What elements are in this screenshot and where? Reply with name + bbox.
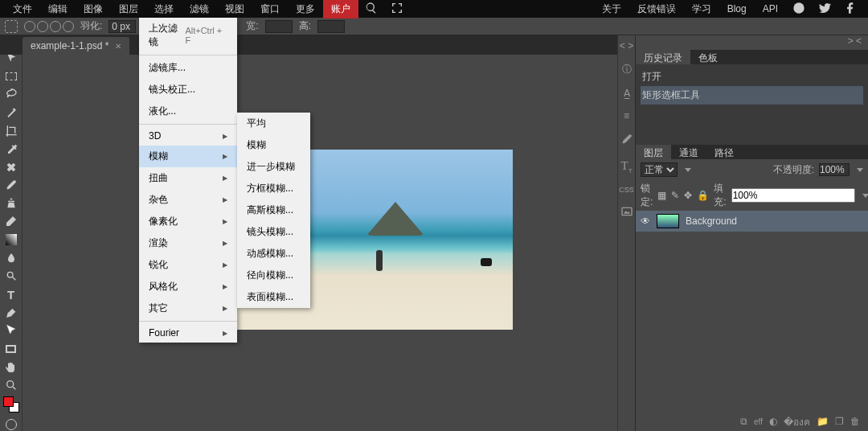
- blend-dropdown-icon[interactable]: [685, 168, 691, 172]
- dd-blur-motion[interactable]: 动感模糊...: [237, 243, 310, 265]
- lasso-tool-icon[interactable]: [3, 88, 19, 101]
- fill-input[interactable]: [731, 188, 855, 203]
- mask-icon[interactable]: ◐: [769, 416, 777, 427]
- layer-row-background[interactable]: 👁 Background: [636, 211, 868, 232]
- history-item-marquee[interactable]: 矩形选框工具: [641, 86, 863, 105]
- tab-paths[interactable]: 路径: [706, 145, 742, 159]
- sel-subtract-icon[interactable]: [50, 21, 61, 32]
- heal-tool-icon[interactable]: [3, 160, 19, 174]
- dd-distort[interactable]: 扭曲: [139, 167, 237, 189]
- color-swatches[interactable]: [3, 396, 19, 413]
- effects-icon[interactable]: eff: [754, 417, 763, 426]
- close-tab-icon[interactable]: ✕: [115, 42, 121, 51]
- menu-image[interactable]: 图像: [76, 0, 111, 18]
- dd-blur[interactable]: 模糊: [139, 146, 237, 167]
- search-icon[interactable]: [358, 0, 384, 19]
- marquee-tool-icon[interactable]: [3, 70, 19, 84]
- brush-panel-icon[interactable]: [620, 133, 633, 148]
- link-learn[interactable]: 学习: [684, 0, 719, 18]
- clone-tool-icon[interactable]: [3, 197, 19, 211]
- menu-view[interactable]: 视图: [217, 0, 252, 18]
- lock-move-icon[interactable]: ✥: [684, 190, 692, 201]
- link-api[interactable]: API: [755, 1, 786, 17]
- dodge-tool-icon[interactable]: [3, 269, 19, 283]
- pen-tool-icon[interactable]: [3, 306, 19, 320]
- dd-last-filter[interactable]: 上次滤镜Alt+Ctrl + F: [139, 18, 237, 53]
- expand-toggle-top[interactable]: < >: [620, 40, 633, 51]
- collapse-toggle[interactable]: > <: [636, 35, 868, 50]
- hand-tool-icon[interactable]: [3, 360, 19, 374]
- tab-history[interactable]: 历史记录: [636, 50, 690, 64]
- paragraph-panel-icon[interactable]: ≡: [624, 110, 629, 121]
- eraser-tool-icon[interactable]: [3, 215, 19, 228]
- css-panel-icon[interactable]: CSS: [619, 186, 634, 194]
- menu-window[interactable]: 窗口: [252, 0, 288, 18]
- history-item-open[interactable]: 打开: [641, 68, 863, 86]
- eyedropper-tool-icon[interactable]: [3, 142, 19, 156]
- sel-add-icon[interactable]: [37, 21, 48, 32]
- gradient-tool-icon[interactable]: [3, 233, 19, 247]
- adjustment-icon[interactable]: �องค: [784, 414, 810, 429]
- link-about[interactable]: 关于: [594, 0, 629, 18]
- new-layer-icon[interactable]: ❐: [835, 416, 844, 427]
- lock-paint-icon[interactable]: ✎: [671, 190, 679, 201]
- menu-select[interactable]: 选择: [146, 0, 182, 18]
- sel-new-icon[interactable]: [24, 21, 35, 32]
- brush-tool-icon[interactable]: [3, 179, 19, 192]
- fullscreen-icon[interactable]: [384, 0, 410, 19]
- dd-blur-radial[interactable]: 径向模糊...: [237, 265, 310, 286]
- dd-filter-gallery[interactable]: 滤镜库...: [139, 57, 237, 79]
- dd-render[interactable]: 渲染: [139, 232, 237, 254]
- wand-tool-icon[interactable]: [3, 106, 19, 120]
- menu-account[interactable]: 账户: [323, 0, 358, 18]
- folder-icon[interactable]: 📁: [817, 416, 829, 427]
- dd-noise[interactable]: 杂色: [139, 189, 237, 211]
- menu-more[interactable]: 更多: [288, 0, 323, 18]
- delete-layer-icon[interactable]: 🗑: [850, 416, 860, 427]
- blur-tool-icon[interactable]: [3, 251, 19, 265]
- sel-intersect-icon[interactable]: [63, 21, 74, 32]
- tab-channels[interactable]: 通道: [671, 145, 706, 159]
- path-select-tool-icon[interactable]: [3, 324, 19, 338]
- height-input[interactable]: [317, 20, 345, 33]
- link-feedback[interactable]: 反馈错误: [629, 0, 684, 18]
- character-panel-icon[interactable]: A̲: [624, 88, 630, 99]
- link-layers-icon[interactable]: ⧉: [740, 416, 747, 427]
- menu-edit[interactable]: 编辑: [40, 0, 76, 18]
- text-panel-icon[interactable]: TT: [620, 159, 632, 174]
- info-panel-icon[interactable]: ⓘ: [622, 63, 632, 76]
- menu-file[interactable]: 文件: [5, 0, 40, 18]
- dd-pixelate[interactable]: 像素化: [139, 211, 237, 232]
- menu-filter[interactable]: 滤镜: [182, 0, 217, 18]
- menu-layer[interactable]: 图层: [111, 0, 146, 18]
- dd-blur-lens[interactable]: 镜头模糊...: [237, 221, 310, 243]
- dd-blur-gaussian[interactable]: 高斯模糊...: [237, 199, 310, 221]
- dd-other[interactable]: 其它: [139, 298, 237, 319]
- dd-stylize[interactable]: 风格化: [139, 276, 237, 298]
- visibility-eye-icon[interactable]: 👁: [641, 216, 650, 227]
- lock-transparency-icon[interactable]: ▦: [657, 190, 666, 201]
- zoom-tool-icon[interactable]: [3, 379, 19, 392]
- lock-all-icon[interactable]: 🔒: [697, 190, 709, 201]
- dd-blur-average[interactable]: 平均: [237, 113, 310, 134]
- dd-blur-blur[interactable]: 模糊: [237, 134, 310, 156]
- shape-tool-icon[interactable]: [3, 343, 19, 356]
- opacity-input[interactable]: [819, 163, 850, 176]
- type-tool-icon[interactable]: T: [3, 288, 19, 302]
- dd-lens-correction[interactable]: 镜头校正...: [139, 79, 237, 101]
- link-blog[interactable]: Blog: [719, 1, 755, 17]
- feather-input[interactable]: [108, 20, 136, 33]
- opacity-dropdown-icon[interactable]: [857, 168, 863, 172]
- twitter-icon[interactable]: [812, 0, 837, 19]
- fill-dropdown-icon[interactable]: [862, 194, 868, 198]
- width-input[interactable]: [265, 20, 293, 33]
- dd-sharpen[interactable]: 锐化: [139, 254, 237, 276]
- document-tab[interactable]: example-1-1.psd * ✕: [23, 37, 129, 55]
- tab-swatches[interactable]: 色板: [690, 50, 726, 64]
- canvas-area[interactable]: [23, 35, 617, 431]
- dd-blur-surface[interactable]: 表面模糊...: [237, 286, 310, 308]
- tab-layers[interactable]: 图层: [636, 145, 671, 159]
- dd-blur-box[interactable]: 方框模糊...: [237, 178, 310, 199]
- dd-liquify[interactable]: 液化...: [139, 101, 237, 122]
- dd-blur-more[interactable]: 进一步模糊: [237, 156, 310, 178]
